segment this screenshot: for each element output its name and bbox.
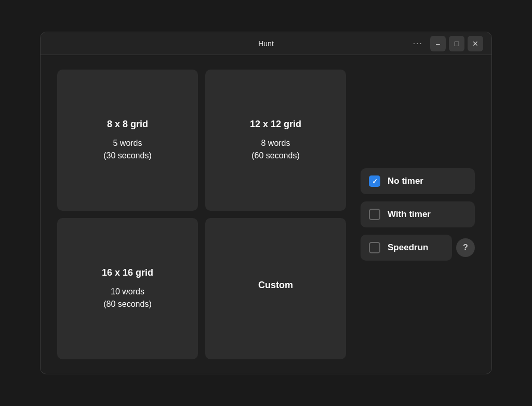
- close-button[interactable]: ✕: [468, 36, 483, 51]
- titlebar: Hunt ··· – □ ✕: [41, 32, 491, 55]
- no-timer-label: No timer: [388, 176, 423, 186]
- speedrun-help-button[interactable]: ?: [456, 238, 475, 257]
- card-custom[interactable]: Custom: [205, 218, 346, 359]
- card-12x12-subtitle: 8 words(60 seconds): [251, 137, 300, 162]
- speedrun-button[interactable]: Speedrun: [361, 235, 452, 261]
- grid-section: 8 x 8 grid 5 words(30 seconds) 12 x 12 g…: [57, 70, 346, 359]
- minimize-button[interactable]: –: [430, 36, 446, 51]
- speedrun-row: Speedrun ?: [361, 235, 475, 261]
- app-window: Hunt ··· – □ ✕ 8 x 8 grid 5 words(30 sec…: [40, 32, 492, 374]
- with-timer-row: With timer: [361, 201, 475, 227]
- window-controls: ··· – □ ✕: [413, 36, 483, 51]
- card-16x16-title: 16 x 16 grid: [102, 267, 153, 278]
- with-timer-checkbox: [369, 209, 380, 220]
- maximize-button[interactable]: □: [449, 36, 464, 51]
- card-12x12-title: 12 x 12 grid: [250, 119, 301, 130]
- speedrun-checkbox: [369, 242, 380, 253]
- with-timer-label: With timer: [388, 209, 431, 220]
- main-content: 8 x 8 grid 5 words(30 seconds) 12 x 12 g…: [41, 55, 491, 374]
- card-12x12[interactable]: 12 x 12 grid 8 words(60 seconds): [205, 70, 346, 211]
- card-8x8-subtitle: 5 words(30 seconds): [103, 137, 152, 162]
- card-16x16-subtitle: 10 words(80 seconds): [103, 286, 152, 310]
- options-section: No timer With timer Speedrun ?: [361, 70, 475, 359]
- with-timer-button[interactable]: With timer: [361, 201, 475, 227]
- menu-dots[interactable]: ···: [413, 39, 423, 48]
- no-timer-row: No timer: [361, 168, 475, 194]
- card-8x8-title: 8 x 8 grid: [107, 119, 148, 130]
- speedrun-label: Speedrun: [388, 242, 428, 253]
- card-8x8[interactable]: 8 x 8 grid 5 words(30 seconds): [57, 70, 198, 211]
- card-custom-title: Custom: [258, 280, 293, 291]
- no-timer-button[interactable]: No timer: [361, 168, 475, 194]
- window-title: Hunt: [258, 39, 274, 48]
- no-timer-checkbox: [369, 175, 380, 187]
- card-16x16[interactable]: 16 x 16 grid 10 words(80 seconds): [57, 218, 198, 359]
